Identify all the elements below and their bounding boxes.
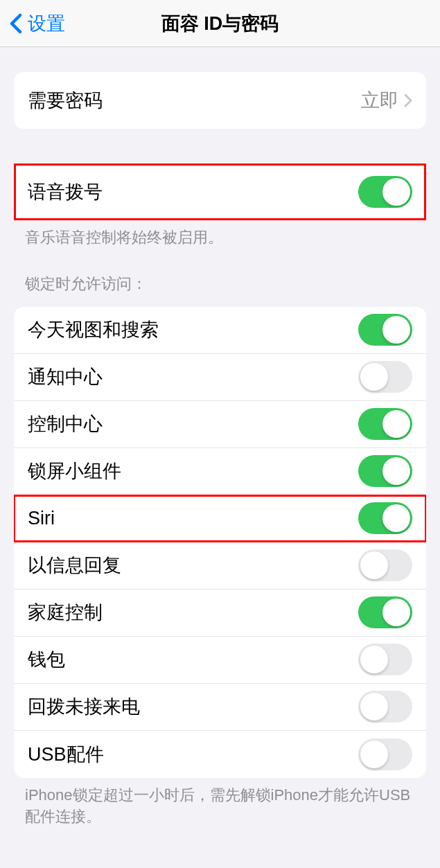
toggle-knob [382, 316, 410, 344]
lock-item-today-toggle[interactable] [358, 314, 412, 346]
voice-dial-footer: 音乐语音控制将始终被启用。 [0, 220, 440, 249]
lock-item-control-center: 控制中心 [14, 401, 426, 448]
toggle-knob [360, 741, 388, 768]
lock-item-return-calls: 回拨未接来电 [14, 684, 426, 731]
lock-item-wallet: 钱包 [14, 637, 426, 684]
voice-dial-label: 语音拨号 [28, 179, 103, 204]
toggle-knob [382, 178, 410, 206]
lock-item-label: USB配件 [28, 742, 104, 767]
voice-dial-toggle[interactable] [358, 176, 412, 208]
lock-item-notifications-toggle[interactable] [358, 361, 412, 393]
lock-item-return-calls-toggle[interactable] [358, 691, 412, 723]
toggle-knob [360, 363, 388, 391]
lock-item-control-center-toggle[interactable] [358, 408, 412, 440]
lock-section-header: 锁定时允许访问： [0, 249, 440, 301]
lock-item-label: 控制中心 [28, 411, 103, 436]
lock-item-label: 家庭控制 [28, 600, 103, 625]
lock-item-lockscreen-widgets: 锁屏小组件 [14, 448, 426, 495]
lock-item-wallet-toggle[interactable] [358, 644, 412, 675]
toggle-knob [382, 504, 410, 532]
lock-item-usb-toggle[interactable] [358, 738, 412, 770]
toggle-knob [382, 410, 410, 438]
lock-item-label: 今天视图和搜索 [28, 317, 159, 342]
lock-item-label: 通知中心 [28, 364, 103, 389]
toggle-knob [382, 457, 410, 485]
toggle-knob [360, 693, 388, 720]
lock-item-notifications: 通知中心 [14, 354, 426, 401]
lock-item-siri: Siri [14, 495, 426, 542]
lock-item-label: 钱包 [28, 647, 65, 672]
voice-dial-group: 语音拨号 [14, 163, 426, 220]
toggle-knob [360, 646, 388, 673]
lock-item-lockscreen-widgets-toggle[interactable] [358, 455, 412, 487]
require-passcode-row[interactable]: 需要密码 立即 [14, 72, 426, 129]
back-label: 设置 [28, 11, 65, 36]
lock-item-home-control: 家庭控制 [14, 590, 426, 637]
lock-item-label: 回拨未接来电 [28, 694, 140, 719]
navigation-header: 设置 面容 ID与密码 [0, 0, 440, 47]
lock-item-siri-toggle[interactable] [358, 502, 412, 534]
toggle-knob [382, 599, 410, 626]
chevron-right-icon [404, 94, 412, 107]
lock-item-reply-message-toggle[interactable] [358, 549, 412, 581]
lock-access-group: 今天视图和搜索 通知中心 控制中心 锁屏小组件 Siri 以信息回复 家庭控制 [14, 307, 426, 778]
lock-item-label: 锁屏小组件 [28, 459, 121, 484]
chevron-left-icon [10, 13, 22, 34]
lock-item-usb: USB配件 [14, 731, 426, 778]
toggle-knob [360, 551, 388, 579]
lock-item-today: 今天视图和搜索 [14, 307, 426, 354]
lock-section-footer: iPhone锁定超过一小时后，需先解锁iPhone才能允许USB配件连接。 [0, 778, 440, 828]
page-title: 面容 ID与密码 [161, 11, 279, 36]
voice-dial-row: 语音拨号 [14, 163, 426, 220]
require-passcode-label: 需要密码 [28, 88, 103, 113]
lock-item-label: 以信息回复 [28, 553, 121, 578]
require-passcode-value-wrapper: 立即 [361, 88, 412, 113]
require-passcode-group: 需要密码 立即 [14, 72, 426, 129]
lock-item-reply-message: 以信息回复 [14, 542, 426, 590]
lock-item-home-control-toggle[interactable] [358, 596, 412, 628]
require-passcode-value: 立即 [361, 88, 398, 113]
lock-item-label: Siri [28, 508, 55, 529]
back-button[interactable]: 设置 [0, 11, 65, 36]
